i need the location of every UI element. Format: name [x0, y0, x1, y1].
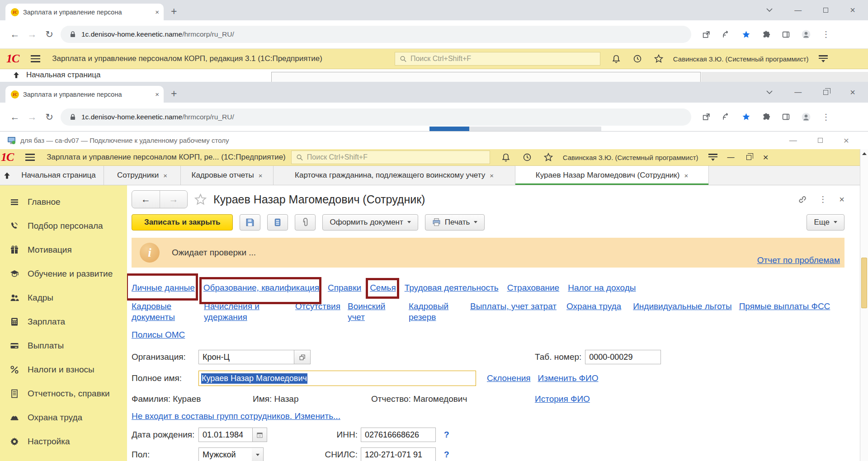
history-icon[interactable] [523, 153, 532, 162]
inn-help-button[interactable]: ? [444, 430, 449, 440]
sidebar-item-taxes[interactable]: Налоги и взносы [0, 358, 127, 381]
favorites-star-icon[interactable] [544, 153, 553, 162]
search-input[interactable] [307, 153, 485, 161]
sidebar-item-administration[interactable]: Администрирование [0, 453, 127, 461]
nav-link-education[interactable]: Образование, квалификация [203, 283, 319, 292]
search-input[interactable] [410, 55, 595, 63]
nav-link-certificates[interactable]: Справки [328, 283, 361, 293]
forward-icon[interactable]: → [24, 112, 41, 122]
url-field[interactable]: 1c.denisov-home.keenetic.name/hrmcorp/ru… [61, 26, 691, 43]
browser-menu-icon[interactable]: ⋮ [822, 112, 830, 122]
minimize-button[interactable]: — [794, 6, 802, 14]
close-window-button[interactable]: × [850, 87, 855, 98]
sidebar-item-main[interactable]: Главное [0, 190, 127, 214]
browser1-tab[interactable]: 1С Зарплата и управление персона × [5, 4, 164, 20]
tab-home[interactable]: Начальная страница [14, 166, 104, 185]
current-user[interactable]: Савинская З.Ю. (Системный программист) [673, 55, 809, 63]
new-tab-button[interactable]: + [171, 6, 177, 17]
scrollbar-thumb[interactable] [861, 258, 867, 308]
sidebar-item-salary[interactable]: Зарплата [0, 310, 127, 334]
gender-dropdown-button[interactable] [252, 447, 264, 461]
attachments-button[interactable] [295, 214, 316, 230]
forward-button[interactable]: → [160, 191, 187, 208]
browser-menu-icon[interactable]: ⋮ [822, 29, 830, 39]
nav-link-fss-payments[interactable]: Прямые выплаты ФСС [739, 301, 830, 312]
extensions-puzzle-icon[interactable] [762, 30, 770, 39]
reload-icon[interactable]: ↻ [41, 112, 58, 122]
functions-menu-icon[interactable] [819, 55, 828, 62]
profile-avatar-icon[interactable] [802, 30, 811, 39]
favorite-star-icon[interactable] [194, 193, 207, 206]
url-field[interactable]: 1c.denisov-home.keenetic.name/hrmcorp/ru… [61, 108, 691, 126]
share-icon[interactable] [722, 30, 731, 39]
nav-link-work-activity[interactable]: Трудовая деятельность [405, 283, 499, 293]
nav-link-personal-data[interactable]: Личные данные [132, 283, 195, 292]
close-icon[interactable]: × [490, 172, 494, 179]
save-button[interactable] [240, 214, 260, 230]
close-window-button[interactable]: × [844, 135, 849, 146]
declensions-link[interactable]: Склонения [487, 373, 531, 383]
save-and-close-button[interactable]: Записать и закрыть [132, 214, 233, 230]
nav-link-labor-safety[interactable]: Охрана труда [566, 301, 621, 312]
chevron-down-icon[interactable] [766, 8, 773, 12]
sidebar-item-payments[interactable]: Выплаты [0, 334, 127, 358]
functions-menu-icon[interactable] [708, 154, 717, 161]
bookmark-star-icon[interactable] [742, 113, 750, 121]
side-panel-icon[interactable] [782, 113, 790, 121]
sidebar-item-hr[interactable]: Кадры [0, 286, 127, 310]
back-icon[interactable]: ← [6, 29, 24, 40]
open-in-window-icon[interactable] [702, 113, 711, 121]
main-menu-icon[interactable] [31, 55, 40, 62]
close-window-button[interactable]: × [850, 5, 855, 15]
notifications-bell-icon[interactable] [612, 54, 621, 63]
home-arrow-icon[interactable] [0, 166, 14, 185]
minimize-button[interactable]: — [794, 88, 802, 96]
organization-input[interactable] [198, 350, 294, 364]
close-form-icon[interactable]: × [839, 194, 844, 205]
minimize-button[interactable]: — [789, 136, 797, 145]
main-menu-icon[interactable] [25, 154, 35, 161]
sidebar-item-motivation[interactable]: Мотивация [0, 238, 127, 262]
show-reports-button[interactable] [267, 214, 288, 230]
tab-number-input[interactable] [585, 350, 661, 364]
reload-icon[interactable]: ↻ [41, 29, 58, 40]
current-user[interactable]: Савинская З.Ю. (Системный программист) [563, 154, 698, 161]
close-icon[interactable]: × [155, 90, 159, 98]
nav-link-individual-benefits[interactable]: Индивидуальные льготы [633, 301, 731, 312]
calendar-button[interactable] [253, 428, 267, 442]
forward-icon[interactable]: → [24, 29, 41, 40]
sidebar-item-training[interactable]: Обучение и развитие [0, 262, 127, 286]
tab-hr-reports[interactable]: Кадровые отчеты× [181, 166, 274, 185]
maximize-button[interactable] [823, 8, 828, 13]
close-icon[interactable]: × [259, 172, 263, 179]
name-history-link[interactable]: История ФИО [535, 394, 590, 404]
rdp-title-bar[interactable]: для баз — ca-dv07 — Подключение к удален… [0, 131, 868, 149]
tab-employee-kuraev[interactable]: Кураев Назар Магомедович (Сотрудник)× [515, 166, 709, 185]
back-icon[interactable]: ← [6, 112, 24, 122]
sidebar-item-reporting[interactable]: Отчетность, справки [0, 381, 127, 405]
full-name-input[interactable]: Кураев Назар Магомедович [198, 371, 476, 386]
global-search[interactable] [291, 151, 490, 164]
global-search[interactable] [395, 52, 600, 66]
problems-report-link[interactable]: Отчет по проблемам [757, 255, 840, 265]
restore-button[interactable] [746, 155, 751, 160]
close-icon[interactable]: × [163, 172, 167, 179]
close-window-button[interactable]: × [763, 152, 769, 163]
more-options-icon[interactable]: ⋮ [819, 194, 827, 204]
nav-link-payments-costs[interactable]: Выплаты, учет затрат [470, 301, 557, 312]
restore-button[interactable] [823, 90, 828, 95]
inn-input[interactable] [361, 428, 436, 442]
make-document-button[interactable]: Оформить документ [322, 214, 418, 230]
nav-link-military-record[interactable]: Воинский учет [348, 301, 390, 323]
maximize-button[interactable] [818, 138, 823, 143]
chevron-down-icon[interactable] [766, 90, 773, 94]
favorites-star-icon[interactable] [654, 54, 663, 63]
bookmark-star-icon[interactable] [742, 30, 750, 39]
birth-date-input[interactable] [198, 428, 253, 442]
share-icon[interactable] [722, 113, 731, 121]
scroll-up-arrow[interactable] [860, 149, 868, 158]
history-icon[interactable] [633, 54, 642, 63]
snils-input[interactable] [361, 447, 436, 461]
extensions-puzzle-icon[interactable] [762, 113, 770, 121]
nav-link-insurance[interactable]: Страхование [507, 283, 560, 293]
